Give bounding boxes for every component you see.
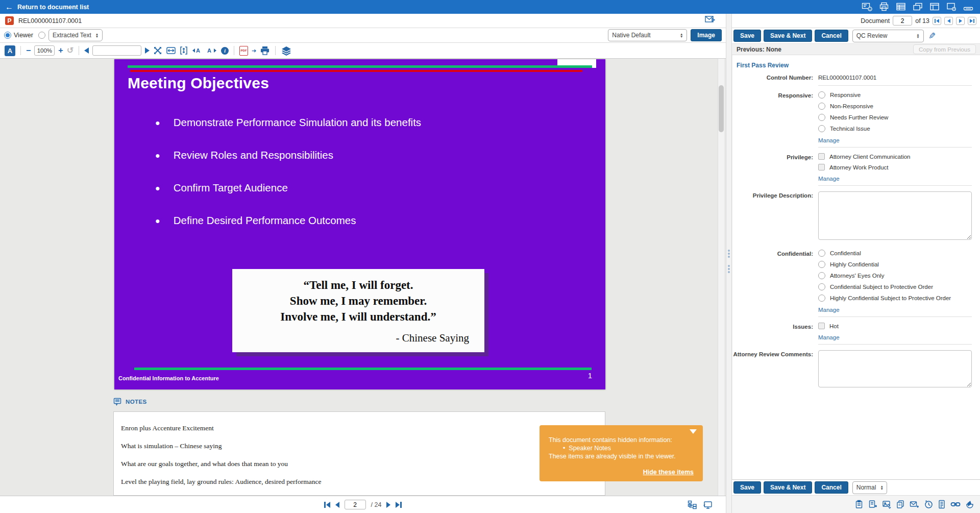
fit-width-icon[interactable] (166, 46, 176, 55)
copy-document-icon[interactable] (896, 500, 905, 509)
fit-actual-size-icon[interactable] (153, 46, 162, 55)
cascade-windows-icon[interactable] (912, 2, 923, 12)
popout-window-icon[interactable] (946, 2, 957, 12)
layers-button[interactable] (281, 45, 292, 56)
history-icon[interactable] (924, 500, 933, 509)
last-page-button[interactable] (396, 502, 402, 508)
highlight-tool-button[interactable]: A (5, 45, 15, 56)
checkbox[interactable] (818, 164, 825, 170)
viewer-search-input[interactable] (92, 45, 141, 56)
link-icon[interactable] (950, 500, 961, 509)
save-button-bottom[interactable]: Save (733, 481, 761, 494)
mode-select[interactable]: Normal ▲▼ (852, 481, 887, 494)
text-smaller-icon[interactable]: A (191, 46, 203, 55)
edit-layout-pencil-icon[interactable]: ✎ (928, 31, 936, 41)
cancel-button[interactable]: Cancel (815, 30, 848, 42)
extracted-text-select[interactable]: Extracted Text ▲▼ (48, 29, 103, 41)
next-document-button[interactable] (956, 17, 965, 25)
table-view-icon[interactable] (895, 2, 906, 12)
radio-button[interactable] (818, 114, 825, 121)
last-document-button[interactable] (968, 17, 976, 25)
confidential-option[interactable]: Attorneys' Eyes Only (818, 272, 972, 279)
confidential-option[interactable]: Confidential Subject to Protective Order (818, 283, 972, 290)
radio-button[interactable] (818, 250, 825, 257)
layout-select[interactable]: QC Review ▲▼ (852, 30, 924, 42)
manage-responsive-link[interactable]: Manage (818, 137, 840, 143)
document-viewer-area[interactable]: Meeting Objectives ● Demonstrate Perform… (0, 59, 726, 496)
document-number-input[interactable] (893, 16, 912, 26)
text-larger-icon[interactable]: A (206, 46, 217, 55)
manage-confidential-link[interactable]: Manage (818, 307, 840, 313)
responsive-option[interactable]: Non-Responsive (818, 103, 972, 110)
highlight-bucket-icon[interactable] (965, 500, 975, 509)
privilege-description-textarea[interactable] (818, 191, 972, 240)
radio-button[interactable] (818, 103, 825, 110)
dock-bar-icon[interactable] (963, 2, 974, 12)
clipboard-icon[interactable] (854, 500, 864, 509)
reset-zoom-button[interactable]: ↺ (67, 46, 74, 55)
checkbox[interactable] (818, 153, 825, 160)
manage-privilege-link[interactable]: Manage (818, 176, 840, 182)
print-icon[interactable] (878, 2, 890, 12)
radio-button[interactable] (818, 295, 825, 302)
viewer-scrollbar[interactable] (718, 59, 724, 496)
save-and-next-button-bottom[interactable]: Save & Next (764, 481, 812, 494)
splitter-grip[interactable] (728, 265, 730, 273)
image-mode-button[interactable]: Image (691, 29, 722, 41)
native-profile-select[interactable]: Native Default ▲▼ (608, 29, 687, 41)
issues-option[interactable]: Hot (818, 323, 972, 329)
collapse-toast-icon[interactable] (690, 429, 697, 434)
return-to-document-list-button[interactable]: ← Return to document list (0, 3, 89, 11)
share-document-icon[interactable] (704, 15, 717, 27)
previous-search-hit-button[interactable] (84, 47, 89, 54)
email-icon[interactable] (910, 500, 919, 509)
first-document-button[interactable] (933, 17, 941, 25)
responsive-option[interactable]: Responsive (818, 91, 972, 99)
privilege-option[interactable]: Attorney Client Communication (818, 153, 972, 160)
notes-document-icon[interactable] (938, 500, 946, 509)
pane-splitter[interactable] (726, 14, 732, 513)
viewer-scrollbar-thumb[interactable] (719, 85, 724, 132)
save-and-next-button[interactable]: Save & Next (764, 30, 812, 42)
extracted-text-radio[interactable] (38, 32, 45, 39)
info-icon[interactable]: i (221, 47, 229, 55)
attorney-review-comments-textarea[interactable] (818, 350, 972, 387)
responsive-option[interactable]: Needs Further Review (818, 114, 972, 121)
radio-button[interactable] (818, 261, 825, 268)
previous-page-button[interactable] (335, 502, 339, 508)
page-number-input[interactable] (345, 500, 366, 509)
radio-button[interactable] (818, 125, 825, 132)
save-button[interactable]: Save (733, 30, 761, 42)
zoom-out-button[interactable]: − (26, 46, 31, 55)
zoom-in-button[interactable]: + (58, 46, 63, 55)
responsive-option[interactable]: Technical Issue (818, 125, 972, 132)
next-search-hit-button[interactable] (145, 47, 150, 54)
zoom-level-input[interactable] (34, 45, 55, 56)
confidential-option[interactable]: Confidential (818, 250, 972, 257)
fit-page-icon[interactable] (180, 46, 188, 55)
radio-button[interactable] (818, 272, 825, 279)
cancel-button-bottom[interactable]: Cancel (815, 481, 848, 494)
field-info-icon[interactable] (862, 2, 873, 12)
manage-issues-link[interactable]: Manage (818, 334, 840, 340)
first-page-button[interactable] (324, 502, 330, 508)
popout-viewer-icon[interactable] (702, 500, 713, 509)
next-page-button[interactable] (386, 502, 390, 508)
radio-button[interactable] (818, 283, 825, 290)
print-document-icon[interactable] (260, 46, 270, 55)
splitter-grip[interactable] (728, 250, 730, 258)
checkbox[interactable] (818, 323, 825, 329)
confidential-option[interactable]: Highly Confidential Subject to Protectiv… (818, 295, 972, 302)
hide-these-items-link[interactable]: Hide these items (643, 469, 694, 476)
privilege-option[interactable]: Attorney Work Product (818, 164, 972, 170)
radio-button[interactable] (818, 91, 825, 99)
thumbnail-tree-icon[interactable] (688, 500, 697, 509)
pdf-icon[interactable]: PDF (239, 46, 248, 56)
image-export-icon[interactable] (882, 500, 891, 509)
copy-from-previous-button[interactable]: Copy from Previous (913, 44, 976, 54)
add-document-icon[interactable] (868, 500, 877, 509)
viewer-mode-radio[interactable] (4, 32, 11, 39)
panel-layout-icon[interactable] (929, 2, 940, 12)
previous-document-button[interactable] (944, 17, 953, 25)
confidential-option[interactable]: Highly Confidential (818, 261, 972, 268)
